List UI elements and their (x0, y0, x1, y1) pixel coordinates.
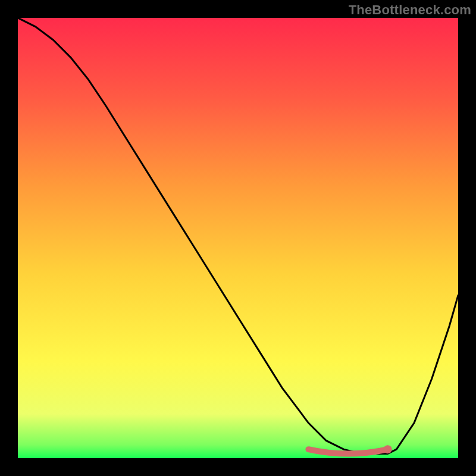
attribution-label: TheBottleneck.com (349, 2, 471, 18)
optimal-point-marker (384, 445, 392, 453)
chart-container: TheBottleneck.com (0, 0, 476, 476)
bottleneck-curve-chart (18, 18, 458, 458)
gradient-background (18, 18, 458, 458)
plot-area (18, 18, 458, 458)
